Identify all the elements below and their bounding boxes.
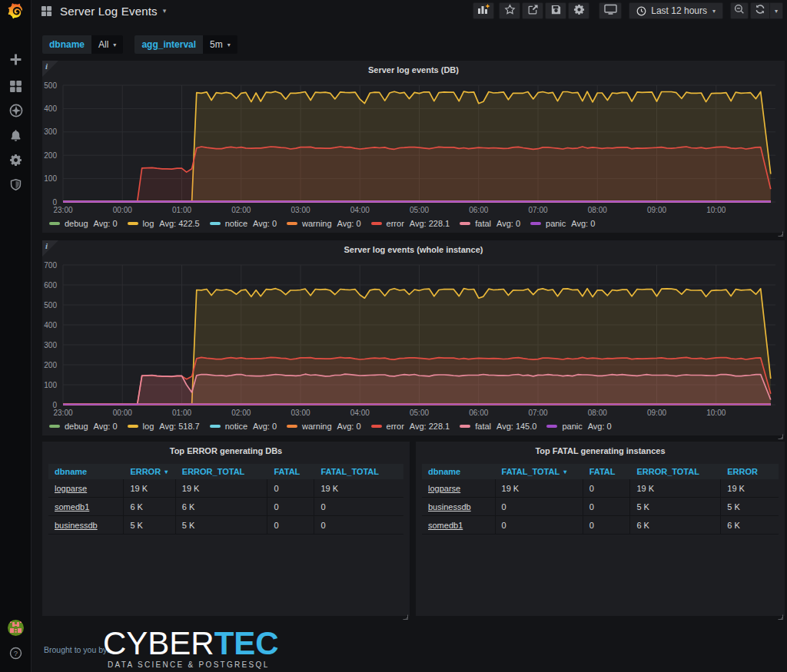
variable-value-dropdown[interactable]: 5m▾: [203, 35, 237, 54]
legend-item-panic[interactable]: panicAvg: 0: [530, 219, 595, 228]
variable-value-dropdown[interactable]: All▾: [91, 35, 123, 54]
legend-item-notice[interactable]: noticeAvg: 0: [210, 219, 277, 228]
column-header-FATAL_TOTAL[interactable]: FATAL_TOTAL ▾: [496, 464, 583, 479]
main-area: Server Log Events ▾ La: [32, 0, 787, 672]
legend-series-avg: Avg: 0: [253, 219, 277, 228]
svg-text:04:00: 04:00: [350, 409, 370, 417]
variable-value-text: All: [98, 39, 108, 50]
grafana-logo[interactable]: [6, 2, 25, 22]
refresh-interval-button[interactable]: ▾: [770, 2, 783, 19]
svg-text:01:00: 01:00: [172, 409, 191, 417]
panel-resize-handle[interactable]: [778, 429, 783, 434]
share-button[interactable]: [522, 2, 543, 19]
dbname-link[interactable]: logparse: [428, 484, 460, 493]
dbname-link[interactable]: logparse: [55, 484, 87, 493]
table-cell: 19 K: [496, 479, 583, 497]
legend-color-dash: [371, 425, 382, 428]
legend-series-avg: Avg: 422.5: [159, 219, 199, 228]
sidebar-item-create[interactable]: [0, 48, 32, 71]
panel-title[interactable]: Top ERROR generating DBs: [42, 442, 410, 459]
column-header-ERROR_TOTAL[interactable]: ERROR_TOTAL: [630, 464, 721, 479]
sidebar-item-alerting[interactable]: [0, 124, 32, 147]
legend-item-debug[interactable]: debugAvg: 0: [49, 219, 118, 228]
svg-text:05:00: 05:00: [410, 409, 429, 417]
legend-item-warning[interactable]: warningAvg: 0: [287, 219, 361, 228]
legend-item-fatal[interactable]: fatalAvg: 145.0: [460, 422, 536, 431]
table-cell: 0: [583, 516, 631, 534]
dashboard-icon[interactable]: [41, 5, 52, 17]
panel-info-corner[interactable]: i: [42, 61, 58, 77]
time-series-chart[interactable]: 010020030040050060070023:0000:0001:0002:…: [42, 258, 780, 418]
svg-text:400: 400: [44, 321, 57, 329]
table-header-row: dbnameERROR ▾ERROR_TOTALFATALFATAL_TOTAL: [48, 464, 403, 479]
chevron-down-icon: ▾: [113, 41, 116, 48]
dashboard-title[interactable]: Server Log Events: [60, 5, 158, 18]
add-panel-button[interactable]: [473, 2, 494, 19]
dbname-link[interactable]: businessdb: [428, 502, 471, 511]
cycle-view-button[interactable]: [599, 2, 622, 19]
table-row: logparse19 K19 K019 K: [48, 479, 403, 498]
star-button[interactable]: [499, 2, 520, 19]
sidebar-item-configuration[interactable]: [0, 148, 32, 171]
dbname-link[interactable]: businessdb: [55, 521, 98, 530]
save-button[interactable]: [545, 2, 566, 19]
dbname-link[interactable]: somedb1: [428, 521, 463, 530]
sidebar-item-server-admin[interactable]: [0, 173, 32, 196]
navbar: Server Log Events ▾ La: [32, 0, 787, 22]
svg-text:300: 300: [44, 127, 57, 136]
legend-item-warning[interactable]: warningAvg: 0: [287, 422, 361, 431]
zoom-out-icon: [734, 4, 745, 18]
time-series-chart[interactable]: 010020030040050023:0000:0001:0002:0003:0…: [42, 78, 780, 215]
refresh-group: ▾: [750, 2, 783, 19]
svg-text:05:00: 05:00: [410, 206, 429, 214]
panel-resize-handle[interactable]: [403, 609, 408, 614]
svg-text:700: 700: [44, 261, 57, 270]
legend-series-avg: Avg: 0: [571, 219, 595, 228]
sidebar-item-explore[interactable]: [0, 99, 32, 122]
legend-item-debug[interactable]: debugAvg: 0: [49, 422, 118, 431]
sidebar-item-dashboards[interactable]: [0, 74, 32, 98]
column-header-FATAL[interactable]: FATAL: [583, 464, 631, 479]
table-cell: 0: [583, 479, 631, 497]
legend-item-fatal[interactable]: fatalAvg: 0: [460, 219, 520, 228]
legend-series-avg: Avg: 0: [588, 422, 612, 431]
zoom-out-button[interactable]: [730, 2, 749, 19]
legend-item-error[interactable]: errorAvg: 228.1: [371, 422, 450, 431]
column-header-dbname[interactable]: dbname: [48, 464, 124, 479]
sidebar-item-profile[interactable]: [0, 620, 32, 639]
column-header-FATAL[interactable]: FATAL: [267, 464, 314, 479]
legend-item-log[interactable]: logAvg: 422.5: [128, 219, 200, 228]
panel-title[interactable]: Server log events (DB): [42, 61, 785, 78]
settings-button[interactable]: [568, 2, 589, 19]
time-range-picker[interactable]: Last 12 hours ▾: [629, 2, 723, 19]
table-cell: 5 K: [721, 498, 779, 515]
column-header-dbname[interactable]: dbname: [422, 464, 496, 479]
panel-resize-handle[interactable]: [778, 609, 783, 614]
legend-item-error[interactable]: errorAvg: 228.1: [371, 219, 450, 228]
column-header-ERROR[interactable]: ERROR ▾: [124, 464, 175, 479]
legend-item-notice[interactable]: noticeAvg: 0: [210, 422, 277, 431]
legend-series-avg: Avg: 228.1: [410, 422, 450, 431]
panel-resize-handle[interactable]: [778, 226, 783, 231]
panel-info-corner[interactable]: i: [42, 240, 58, 257]
column-header-FATAL_TOTAL[interactable]: FATAL_TOTAL: [314, 464, 403, 479]
column-header-ERROR_TOTAL[interactable]: ERROR_TOTAL: [176, 464, 268, 479]
table-cell: 19 K: [124, 479, 175, 497]
dbname-link[interactable]: somedb1: [55, 502, 89, 511]
panel-title[interactable]: Server log events (whole instance): [42, 240, 785, 258]
svg-text:07:00: 07:00: [528, 206, 547, 214]
chevron-down-icon[interactable]: ▾: [163, 7, 167, 15]
table-cell: logparse: [422, 479, 496, 497]
column-header-ERROR[interactable]: ERROR: [721, 464, 779, 479]
legend-item-log[interactable]: logAvg: 518.7: [128, 422, 200, 431]
table-cell: 0: [267, 516, 314, 534]
legend-series-avg: Avg: 228.1: [410, 219, 450, 228]
sidebar-item-help[interactable]: ?: [0, 647, 32, 663]
table-row: somedb16 K6 K00: [48, 498, 403, 516]
help-icon: ?: [9, 647, 22, 663]
legend-series-avg: Avg: 0: [337, 219, 361, 228]
refresh-button[interactable]: [750, 2, 770, 19]
legend-series-avg: Avg: 0: [253, 422, 277, 431]
panel-title[interactable]: Top FATAL generating instances: [416, 442, 785, 459]
legend-item-panic[interactable]: panicAvg: 0: [546, 422, 611, 431]
